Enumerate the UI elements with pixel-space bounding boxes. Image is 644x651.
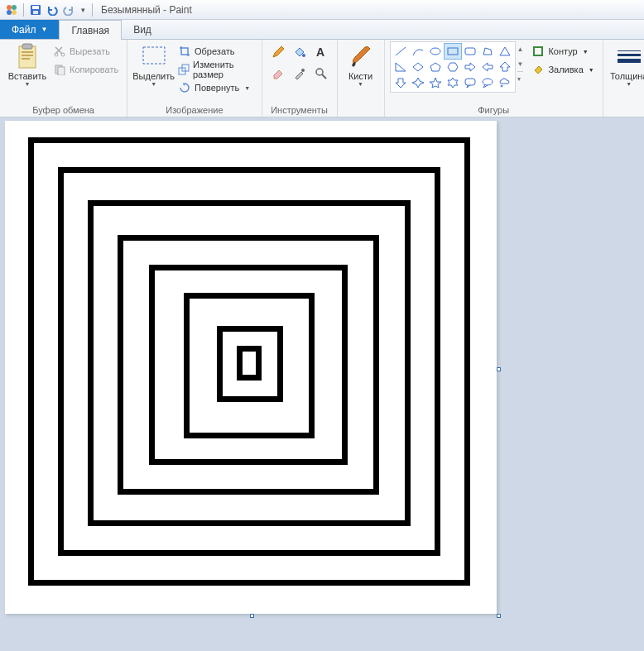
fill-label: Заливка — [548, 65, 583, 74]
shape-right-triangle-icon[interactable] — [392, 60, 409, 74]
shape-oval-icon[interactable] — [427, 44, 444, 59]
svg-text:A: A — [316, 45, 324, 59]
chevron-down-icon: ▼ — [626, 81, 632, 87]
scroll-up-icon[interactable]: ▲ — [517, 41, 524, 56]
copy-icon — [53, 63, 66, 76]
chevron-down-icon: ▼ — [583, 49, 589, 55]
svg-rect-10 — [22, 55, 33, 56]
shape-triangle-icon[interactable] — [497, 44, 513, 59]
chevron-down-icon: ▼ — [589, 67, 594, 73]
fill-icon — [531, 63, 545, 76]
stroke-size-icon — [616, 43, 642, 69]
paste-button[interactable]: Вставить ▼ — [5, 41, 50, 87]
svg-point-2 — [7, 10, 12, 15]
magnifier-tool-icon[interactable] — [314, 66, 329, 81]
fill-button[interactable]: Заливка ▼ — [528, 61, 597, 78]
svg-rect-15 — [58, 67, 65, 75]
resize-handle-right[interactable] — [497, 367, 501, 371]
svg-rect-11 — [22, 58, 30, 60]
shape-arrow-down-icon[interactable] — [392, 75, 409, 90]
clipboard-icon — [14, 43, 41, 69]
shape-curve-icon[interactable] — [410, 44, 426, 59]
save-icon[interactable] — [29, 3, 42, 17]
tab-home[interactable]: Главная — [59, 20, 122, 40]
outline-button[interactable]: Контур ▼ — [528, 43, 597, 60]
fill-tool-icon[interactable] — [292, 45, 307, 60]
tab-home-label: Главная — [71, 25, 109, 36]
shape-5star-icon[interactable] — [427, 75, 444, 90]
pencil-tool-icon[interactable] — [271, 45, 286, 60]
scroll-down-icon[interactable]: ▼ — [517, 56, 524, 71]
shape-callout-oval-icon[interactable] — [479, 75, 496, 90]
shape-arrow-right-icon[interactable] — [462, 60, 478, 74]
svg-point-29 — [483, 79, 493, 85]
group-shapes: ▲ ▼ ▾ Контур ▼ Заливка ▼ Фигуры — [385, 40, 603, 117]
svg-point-3 — [12, 10, 17, 15]
resize-handle-bottom[interactable] — [250, 614, 254, 618]
work-area — [0, 117, 644, 651]
rotate-button[interactable]: Повернуть ▼ — [175, 79, 257, 96]
undo-icon[interactable] — [46, 3, 59, 17]
selection-icon — [141, 43, 167, 69]
stroke-size-button[interactable]: Толщина ▼ — [608, 41, 644, 87]
chevron-down-icon: ▼ — [244, 85, 250, 91]
cut-label: Вырезать — [70, 46, 110, 56]
group-clipboard-label: Буфер обмена — [5, 103, 122, 117]
eraser-tool-icon[interactable] — [271, 66, 286, 81]
svg-rect-16 — [143, 47, 165, 64]
crop-icon — [178, 45, 191, 58]
cut-button[interactable]: Вырезать — [50, 43, 122, 60]
svg-point-25 — [430, 48, 440, 55]
shape-callout-rounded-icon[interactable] — [462, 75, 478, 90]
canvas[interactable] — [5, 121, 497, 614]
tab-file[interactable]: Файл ▼ — [0, 20, 59, 39]
outline-label: Контур — [548, 46, 577, 56]
svg-point-21 — [301, 69, 305, 72]
customize-qat-icon[interactable]: ▾ — [79, 3, 87, 17]
text-tool-icon[interactable]: A — [314, 45, 329, 60]
shape-diamond-icon[interactable] — [410, 60, 426, 74]
expand-gallery-icon[interactable]: ▾ — [517, 71, 524, 86]
separator — [92, 3, 93, 17]
resize-button[interactable]: Изменить размер — [175, 61, 257, 78]
shape-rectangle-icon[interactable] — [445, 44, 461, 59]
copy-label: Копировать — [70, 65, 118, 74]
stroke-label: Толщина — [610, 71, 644, 81]
resize-handle-corner[interactable] — [497, 614, 501, 618]
svg-line-23 — [322, 74, 326, 79]
title-bar: ▾ Безымянный - Paint — [0, 0, 644, 20]
chevron-down-icon: ▼ — [358, 81, 363, 87]
shape-polygon-icon[interactable] — [479, 44, 496, 59]
svg-rect-28 — [465, 79, 475, 85]
crop-button[interactable]: Обрезать — [175, 43, 257, 60]
shape-pentagon-icon[interactable] — [427, 60, 444, 74]
shape-callout-cloud-icon[interactable] — [497, 75, 513, 90]
redo-icon[interactable] — [62, 3, 75, 17]
shapes-scroll: ▲ ▼ ▾ — [516, 41, 526, 86]
shape-line-icon[interactable] — [392, 44, 409, 59]
svg-line-24 — [396, 47, 406, 55]
copy-button[interactable]: Копировать — [50, 61, 122, 78]
svg-point-13 — [61, 53, 65, 56]
color-picker-tool-icon[interactable] — [292, 66, 307, 81]
shape-rounded-rect-icon[interactable] — [462, 44, 478, 59]
shapes-gallery[interactable] — [390, 41, 516, 93]
svg-rect-31 — [534, 47, 542, 55]
rotate-label: Повернуть — [195, 83, 239, 93]
chevron-down-icon: ▼ — [25, 81, 31, 87]
svg-point-19 — [302, 54, 305, 57]
brushes-button[interactable]: Кисти ▼ — [343, 41, 379, 87]
tab-view[interactable]: Вид — [122, 20, 163, 39]
shape-hexagon-icon[interactable] — [445, 60, 461, 74]
svg-point-1 — [12, 5, 17, 10]
svg-rect-27 — [465, 48, 475, 55]
shape-arrow-up-icon[interactable] — [497, 60, 513, 74]
shape-arrow-left-icon[interactable] — [479, 60, 496, 74]
ribbon: Вставить ▼ Вырезать Копировать Буфер — [0, 40, 644, 117]
shape-6star-icon[interactable] — [445, 75, 461, 90]
shape-4star-icon[interactable] — [410, 75, 426, 90]
scissors-icon — [53, 45, 66, 58]
svg-rect-5 — [32, 6, 39, 9]
select-button[interactable]: Выделить ▼ — [132, 41, 175, 87]
resize-label: Изменить размер — [193, 60, 253, 79]
